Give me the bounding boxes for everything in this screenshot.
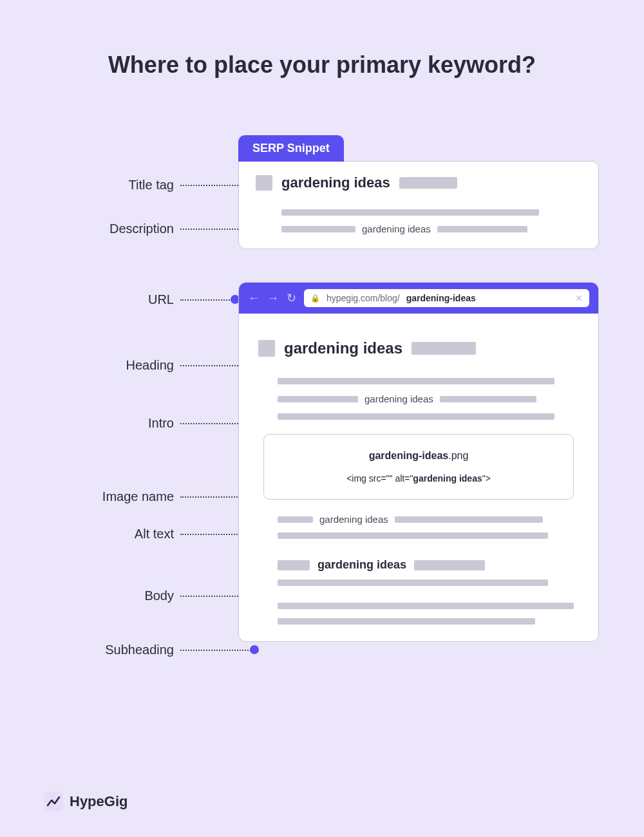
image-alt-code: <img src="" alt="gardening ideas">: [272, 473, 565, 484]
alt-code-post: ">: [482, 473, 491, 484]
url-bar: 🔒 hypegig.com/blog/gardening-ideas ✕: [304, 289, 589, 307]
image-box: gardening-ideas.png <img src="" alt="gar…: [263, 434, 574, 500]
back-icon: ←: [248, 292, 260, 305]
lock-icon: 🔒: [310, 294, 320, 303]
placeholder-block: [278, 560, 310, 570]
placeholder-block: [414, 560, 485, 570]
body-row: gardening ideas: [278, 514, 579, 525]
reload-icon: ↻: [287, 291, 296, 305]
brand-logo-icon: [44, 792, 63, 811]
connector-line: [180, 650, 251, 651]
label-image-name: Image name: [45, 489, 174, 504]
alt-code-keyword: gardening ideas: [413, 473, 482, 484]
label-description: Description: [45, 221, 174, 236]
placeholder-line: [281, 209, 539, 216]
placeholder-block: [256, 175, 272, 191]
placeholder-block: [399, 177, 457, 189]
label-intro: Intro: [45, 416, 174, 431]
page-heading-keyword: gardening ideas: [284, 339, 402, 357]
clear-icon: ✕: [575, 293, 583, 303]
url-slug: gardening-ideas: [406, 293, 476, 303]
connector-dot: [250, 645, 259, 654]
browser-body: gardening ideas gardening ideas gardenin…: [239, 314, 598, 641]
intro-keyword: gardening ideas: [365, 393, 433, 404]
serp-description-row: gardening ideas: [281, 223, 582, 234]
serp-title-keyword: gardening ideas: [281, 174, 390, 191]
placeholder-line: [278, 618, 535, 625]
serp-card: gardening ideas gardening ideas: [238, 161, 599, 249]
image-filename-keyword: gardening-ideas: [369, 450, 449, 461]
forward-icon: →: [267, 292, 279, 305]
brand-name: HypeGig: [70, 793, 128, 810]
intro-row: gardening ideas: [278, 393, 579, 404]
image-filename-ext: .png: [448, 450, 468, 461]
page-title: Where to place your primary keyword?: [0, 52, 644, 79]
label-body: Body: [45, 588, 174, 603]
label-title-tag: Title tag: [45, 178, 174, 193]
browser-toolbar: ← → ↻ 🔒 hypegig.com/blog/gardening-ideas…: [239, 283, 598, 314]
placeholder-block: [412, 342, 476, 355]
placeholder-line: [437, 226, 527, 232]
placeholder-line: [278, 532, 548, 539]
image-filename: gardening-ideas.png: [272, 450, 565, 462]
placeholder-line: [278, 579, 548, 586]
browser-mock: ← → ↻ 🔒 hypegig.com/blog/gardening-ideas…: [238, 282, 599, 642]
placeholder-line: [278, 378, 554, 384]
serp-tab-label: SERP Snippet: [238, 135, 344, 162]
placeholder-line: [281, 226, 355, 232]
placeholder-line: [440, 396, 536, 402]
placeholder-line: [395, 516, 543, 523]
subheading-keyword: gardening ideas: [317, 558, 406, 572]
placeholder-line: [278, 396, 358, 402]
page-heading-row: gardening ideas: [258, 339, 579, 357]
placeholder-line: [278, 516, 313, 523]
serp-description-keyword: gardening ideas: [362, 223, 431, 234]
placeholder-line: [278, 603, 574, 609]
subheading-row: gardening ideas: [278, 558, 579, 572]
brand-logo: HypeGig: [44, 792, 128, 811]
body-keyword: gardening ideas: [319, 514, 388, 525]
label-alt-text: Alt text: [45, 527, 174, 541]
serp-snippet: SERP Snippet gardening ideas gardening i…: [238, 135, 599, 249]
label-subheading: Subheading: [45, 643, 174, 657]
placeholder-line: [278, 413, 554, 420]
placeholder-block: [258, 340, 275, 357]
serp-title-row: gardening ideas: [256, 174, 582, 191]
label-url: URL: [45, 292, 174, 307]
connector-line: [180, 299, 232, 301]
label-heading: Heading: [45, 358, 174, 373]
url-host: hypegig.com/blog/: [327, 293, 400, 303]
alt-code-pre: <img src="" alt=": [346, 473, 413, 484]
